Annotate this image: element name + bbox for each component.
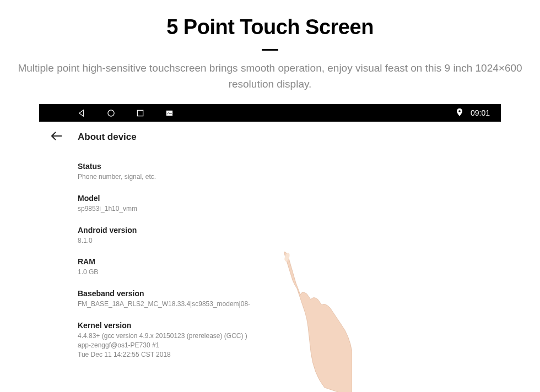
home-circle-icon[interactable] [107,109,115,117]
item-title: Android version [78,226,501,235]
item-subtitle: 1.0 GB [78,268,501,277]
status-right: 09:01 [456,108,490,118]
item-subtitle: Phone number, signal, etc. [78,172,501,182]
item-title: Status [78,162,501,171]
list-item-ram[interactable]: RAM 1.0 GB [78,252,501,284]
item-subtitle: sp9853i_1h10_vmm [78,204,501,214]
header-title: About device [78,132,137,143]
svg-rect-1 [137,110,143,116]
svg-rect-2 [166,110,172,115]
item-title: Model [78,194,501,203]
location-icon [456,108,463,118]
back-triangle-icon[interactable] [78,109,86,117]
item-title: Kernel version [78,321,501,330]
svg-point-0 [108,110,114,116]
title-underline [262,49,278,51]
list-item-status[interactable]: Status Phone number, signal, etc. [78,156,501,188]
list-item-kernel[interactable]: Kernel version 4.4.83+ (gcc version 4.9.… [78,315,501,366]
settings-list: Status Phone number, signal, etc. Model … [39,152,501,366]
device-frame: 09:01 About device Status Phone number, … [39,104,501,366]
page-subtitle: Multiple point high-sensitive touchscree… [17,61,523,92]
item-title: Baseband version [78,289,501,298]
android-status-bar: 09:01 [39,104,501,122]
back-arrow-icon[interactable] [51,130,62,143]
item-subtitle: 8.1.0 [78,236,501,246]
image-icon[interactable] [165,109,174,117]
svg-point-3 [458,110,461,112]
list-item-baseband[interactable]: Baseband version FM_BASE_18A_RLS2_MC_W18… [78,284,501,315]
item-subtitle: 4.4.83+ (gcc version 4.9.x 20150123 (pre… [78,331,501,359]
nav-buttons-group [78,109,174,117]
list-item-android-version[interactable]: Android version 8.1.0 [78,220,501,252]
recent-square-icon[interactable] [136,109,144,117]
clock-time: 09:01 [471,108,490,117]
header-bar: About device [39,122,501,152]
page-title: 5 Point Touch Screen [0,15,540,39]
item-subtitle: FM_BASE_18A_RLS2_MC_W18.33.4|sc9853_mode… [78,300,501,309]
list-item-model[interactable]: Model sp9853i_1h10_vmm [78,188,501,220]
item-title: RAM [78,257,501,266]
